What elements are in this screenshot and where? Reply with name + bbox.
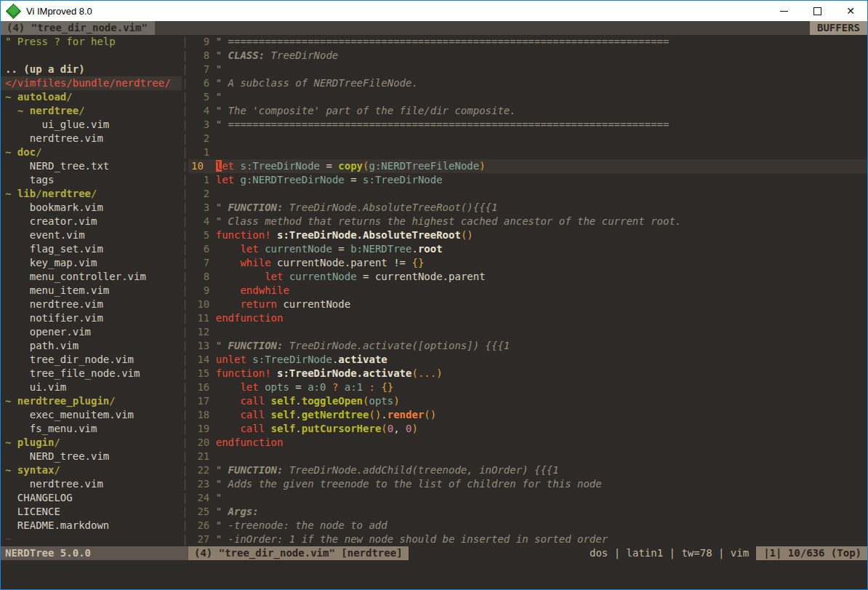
editor-line[interactable]: 3 " FUNCTION: TreeDirNode.AbsoluteTreeRo… (188, 201, 867, 215)
tree-row[interactable]: NERD_tree.txt (1, 159, 182, 173)
token: getNerdtree (302, 409, 369, 420)
tree-row[interactable]: ~ nerdtree_plugin/ (1, 394, 182, 408)
tree-root-row[interactable]: </vimfiles/bundle/nerdtree/ (1, 76, 182, 90)
tree-row[interactable]: key_map.vim (1, 256, 182, 270)
editor-line[interactable]: 9 " ====================================… (188, 35, 867, 49)
editor-line[interactable]: 9 endwhile (188, 284, 867, 298)
editor-line[interactable]: 2 (188, 187, 867, 201)
editor-line[interactable]: 19 call self.putCursorHere(0, 0) (188, 422, 867, 436)
editor-line[interactable]: 21 (188, 450, 867, 463)
status-fileinfo-segment: dos | latin1 | tw=78 | vim (582, 546, 756, 560)
editor-line[interactable]: 8 let currentNode = currentNode.parent (188, 270, 867, 284)
token: call (240, 409, 265, 420)
nerdtree-panel[interactable]: " Press ? for help.. (up a dir)</vimfile… (1, 35, 182, 546)
main-area: " Press ? for help.. (up a dir)</vimfile… (1, 35, 867, 546)
tree-row[interactable]: bookmark.vim (1, 201, 182, 215)
tree-row[interactable]: nerdtree.vim (1, 132, 182, 145)
tree-row[interactable]: ~ autoload/ (1, 90, 182, 104)
editor-line[interactable]: 4 " Class method that returns the highes… (188, 215, 867, 228)
token: 0 (387, 423, 393, 434)
editor-line[interactable]: 12 (188, 325, 867, 339)
token: flag_set.vim (5, 243, 103, 255)
tab-tree-dir-node[interactable]: (4) "tree_dir_node.vim" (1, 21, 155, 35)
tree-row[interactable]: flag_set.vim (1, 242, 182, 256)
tree-row[interactable]: notifier.vim (1, 311, 182, 325)
tree-row[interactable]: NERD_tree.vim (1, 450, 182, 463)
tree-row[interactable]: tree_file_node.vim (1, 367, 182, 380)
tree-row[interactable]: LICENCE (1, 505, 182, 519)
tree-row[interactable]: menu_item.vim (1, 284, 182, 298)
token: ( (381, 423, 387, 434)
editor-line[interactable]: 7 while currentNode.parent != {} (188, 256, 867, 270)
tree-row[interactable]: tree_dir_node.vim (1, 353, 182, 367)
tree-row[interactable]: fs_menu.vim (1, 422, 182, 436)
close-button[interactable]: ✕ (834, 1, 867, 21)
token: () (369, 409, 381, 420)
token: tree_dir_node.vim (5, 354, 134, 365)
tree-row[interactable]: menu_controller.vim (1, 270, 182, 284)
tree-row[interactable]: ~ syntax/ (1, 463, 182, 477)
tree-row[interactable]: event.vim (1, 228, 182, 242)
tree-row[interactable]: ui.vim (1, 380, 182, 394)
tree-row[interactable]: opener.vim (1, 325, 182, 339)
editor-line[interactable]: 16 let opts = a:0 ? a:1 : {} (188, 380, 867, 394)
tree-row[interactable]: ~ nerdtree/ (1, 104, 182, 118)
minimize-button[interactable] (767, 1, 800, 21)
tree-row[interactable]: README.markdown (1, 519, 182, 533)
tree-row[interactable]: CHANGELOG (1, 491, 182, 505)
tree-row[interactable]: tags (1, 173, 182, 187)
editor-line[interactable]: 26 " -treenode: the node to add (188, 519, 867, 533)
tree-row[interactable]: ~ (1, 533, 182, 546)
editor-line[interactable]: 25 " Args: (188, 505, 867, 519)
editor-line[interactable]: 24 " (188, 491, 867, 505)
editor-line[interactable]: 5 function! s:TreeDirNode.AbsoluteTreeRo… (188, 228, 867, 242)
maximize-button[interactable] (800, 1, 834, 21)
tree-row[interactable]: " Press ? for help (1, 35, 182, 49)
editor-line[interactable]: 22 " FUNCTION: TreeDirNode.addChild(tree… (188, 463, 867, 477)
tree-row[interactable]: exec_menuitem.vim (1, 408, 182, 422)
tree-row[interactable]: nerdtree.vim (1, 477, 182, 491)
editor-line[interactable]: 10 return currentNode (188, 298, 867, 311)
line-number: 10 (191, 160, 216, 172)
editor-line[interactable]: 2 (188, 132, 867, 145)
editor-line[interactable]: 20 endfunction (188, 436, 867, 450)
tree-row[interactable]: creator.vim (1, 215, 182, 228)
editor-line-current[interactable]: 10 let s:TreeDirNode = copy(g:NERDTreeFi… (188, 159, 867, 173)
tree-row[interactable]: nerdtree.vim (1, 298, 182, 311)
editor-line[interactable]: 5 " (188, 90, 867, 104)
token: self (271, 395, 296, 407)
editor-line[interactable]: 6 " A subclass of NERDTreeFileNode. (188, 76, 867, 90)
editor-line[interactable]: 8 " CLASS: TreeDirNode (188, 49, 867, 63)
window-split-separator[interactable]: | | | | | | | | | | | | | | | | | | | | … (182, 35, 188, 546)
tree-row[interactable]: ~ lib/nerdtree/ (1, 187, 182, 201)
editor-line[interactable]: 23 " Adds the given treenode to the list… (188, 477, 867, 491)
tree-row[interactable]: ~ doc/ (1, 145, 182, 159)
tree-row[interactable]: ~ plugin/ (1, 436, 182, 450)
editor-line[interactable]: 27 " -inOrder: 1 if the new node should … (188, 533, 867, 546)
editor-line[interactable]: 3 " ====================================… (188, 118, 867, 132)
editor-line[interactable]: 7 " (188, 63, 867, 76)
cursor: l (216, 160, 222, 172)
tree-row[interactable]: ui_glue.vim (1, 118, 182, 132)
editor-line[interactable]: 17 call self.toggleOpen(opts) (188, 394, 867, 408)
editor-line[interactable]: 11 endfunction (188, 311, 867, 325)
editor-line[interactable]: 14 unlet s:TreeDirNode.activate (188, 353, 867, 367)
token: exec_menuitem.vim (5, 409, 134, 420)
command-line[interactable] (1, 560, 867, 589)
tree-row[interactable] (1, 49, 182, 63)
editor-line[interactable]: 15 function! s:TreeDirNode.activate(...) (188, 367, 867, 380)
editor-line[interactable]: 1 let g:NERDTreeDirNode = s:TreeDirNode (188, 173, 867, 187)
editor-line[interactable]: 1 (188, 145, 867, 159)
line-number: 7 (191, 257, 216, 268)
tree-row[interactable]: path.vim (1, 339, 182, 353)
token: / (54, 436, 60, 448)
line-number: 4 (191, 215, 216, 227)
token (216, 284, 241, 296)
editor-line[interactable]: 4 " The 'composite' part of the file/dir… (188, 104, 867, 118)
editor-line[interactable]: 13 " FUNCTION: TreeDirNode.activate([opt… (188, 339, 867, 353)
tree-row[interactable]: .. (up a dir) (1, 63, 182, 76)
editor-line[interactable]: 6 let currentNode = b:NERDTree.root (188, 242, 867, 256)
editor-line[interactable]: 18 call self.getNerdtree().render() (188, 408, 867, 422)
line-number: 18 (191, 409, 216, 420)
editor-panel[interactable]: 9 " ====================================… (188, 35, 867, 546)
